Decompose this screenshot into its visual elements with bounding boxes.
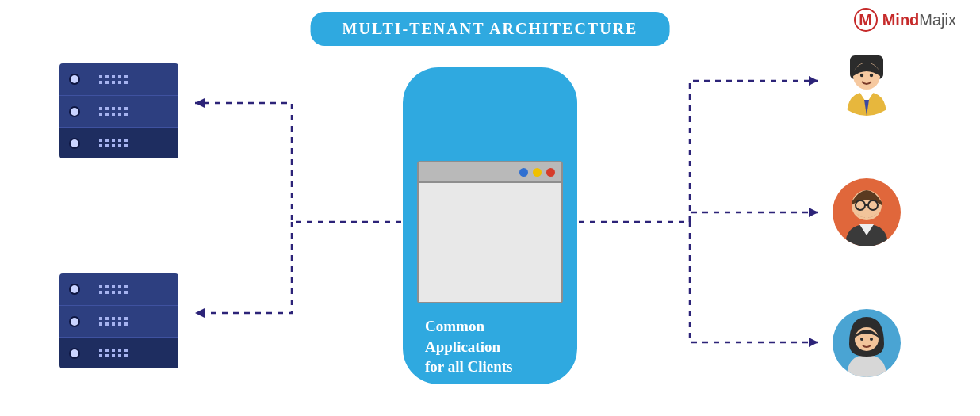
server-vents-icon (99, 349, 128, 357)
brand-logo-group: M MindMajix (854, 8, 956, 32)
server-led-icon (69, 348, 80, 359)
server-vents-icon (99, 139, 128, 147)
server-vents-icon (99, 75, 128, 84)
server-vents-icon (99, 285, 128, 294)
client-avatar-icon (833, 48, 901, 116)
client-avatar-icon (833, 178, 901, 246)
svg-marker-12 (195, 308, 205, 318)
window-control-dot-icon (519, 168, 528, 177)
server-unit (59, 305, 178, 337)
window-control-dot-icon (546, 168, 555, 177)
svg-marker-15 (809, 338, 818, 347)
browser-title-bar (419, 162, 561, 183)
server-led-icon (69, 284, 80, 295)
server-vents-icon (99, 107, 128, 116)
diagram-title: MULTI-TENANT ARCHITECTURE (311, 12, 670, 46)
common-app-device: Common Application for all Clients (403, 67, 577, 384)
brand-mark-icon: M (854, 8, 878, 32)
client-avatar-icon (833, 309, 901, 377)
server-unit (59, 127, 178, 158)
brand-name: MindMajix (882, 11, 956, 29)
server-stack-icon (59, 63, 178, 158)
server-unit (59, 337, 178, 368)
server-led-icon (69, 106, 80, 117)
svg-point-9 (860, 338, 863, 341)
browser-window-icon (417, 161, 563, 303)
server-led-icon (69, 74, 80, 85)
server-unit (59, 63, 178, 95)
svg-marker-11 (195, 98, 205, 108)
server-unit (59, 273, 178, 305)
window-control-dot-icon (533, 168, 542, 177)
svg-point-2 (860, 74, 863, 77)
svg-marker-14 (809, 208, 818, 217)
svg-marker-13 (809, 76, 818, 86)
server-led-icon (69, 138, 80, 149)
server-led-icon (69, 316, 80, 327)
browser-body (419, 183, 561, 302)
server-stack-icon (59, 273, 178, 368)
device-caption: Common Application for all Clients (417, 303, 515, 377)
svg-point-10 (870, 338, 873, 341)
svg-point-3 (870, 74, 873, 77)
server-vents-icon (99, 317, 128, 326)
server-unit (59, 95, 178, 127)
